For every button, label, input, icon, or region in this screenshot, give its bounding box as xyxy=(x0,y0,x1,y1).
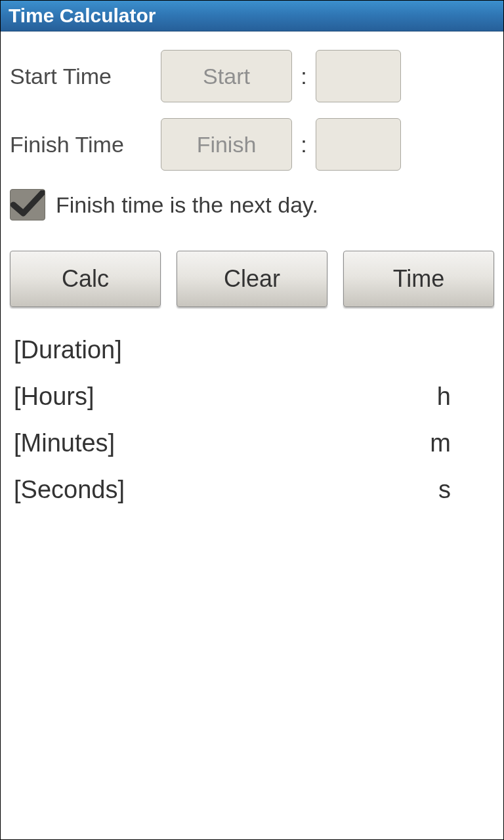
start-minute-input[interactable] xyxy=(316,50,401,102)
next-day-checkbox[interactable] xyxy=(10,189,45,220)
minutes-label: [Minutes] xyxy=(14,429,115,457)
hours-row: [Hours] h xyxy=(14,383,490,411)
hours-unit: h xyxy=(437,383,490,411)
checkmark-icon xyxy=(10,190,45,219)
finish-minute-input[interactable] xyxy=(316,118,401,171)
duration-label-row: [Duration] xyxy=(14,336,490,364)
finish-colon: : xyxy=(292,132,316,158)
finish-time-label: Finish Time xyxy=(10,132,161,158)
time-input-grid: Start Time : Finish Time : xyxy=(10,50,494,171)
minutes-row: [Minutes] m xyxy=(14,429,490,457)
finish-hour-input[interactable] xyxy=(161,118,292,171)
hours-label: [Hours] xyxy=(14,383,94,411)
app-window: Time Calculator Start Time : Finish Time… xyxy=(0,0,504,840)
title-bar: Time Calculator xyxy=(1,1,503,32)
start-colon: : xyxy=(292,64,316,89)
start-time-label: Start Time xyxy=(10,64,161,89)
content-area: Start Time : Finish Time : Finish time i… xyxy=(1,32,503,839)
seconds-label: [Seconds] xyxy=(14,476,125,504)
time-button[interactable]: Time xyxy=(343,251,494,307)
results-section: [Duration] [Hours] h [Minutes] m [Second… xyxy=(10,336,494,504)
seconds-unit: s xyxy=(438,476,490,504)
app-title: Time Calculator xyxy=(9,5,156,26)
duration-label: [Duration] xyxy=(14,336,122,364)
calc-button[interactable]: Calc xyxy=(10,251,161,307)
start-hour-input[interactable] xyxy=(161,50,292,102)
next-day-checkbox-row: Finish time is the next day. xyxy=(10,189,494,220)
seconds-row: [Seconds] s xyxy=(14,476,490,504)
minutes-unit: m xyxy=(430,429,490,457)
action-button-row: Calc Clear Time xyxy=(10,251,494,307)
clear-button[interactable]: Clear xyxy=(177,251,327,307)
next-day-label: Finish time is the next day. xyxy=(56,192,318,218)
